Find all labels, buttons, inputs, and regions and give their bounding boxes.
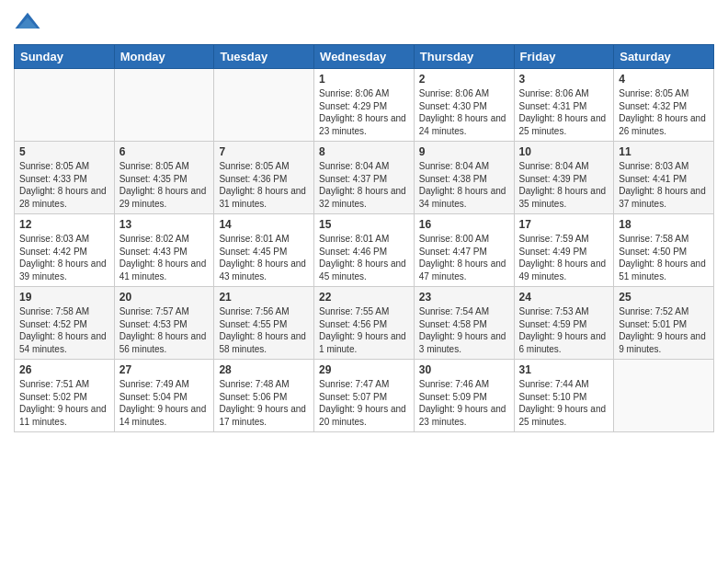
- day-info: Sunrise: 8:05 AM Sunset: 4:33 PM Dayligh…: [19, 160, 109, 210]
- day-number: 31: [519, 363, 609, 376]
- day-info: Sunrise: 7:51 AM Sunset: 5:02 PM Dayligh…: [19, 378, 109, 428]
- day-number: 4: [619, 73, 709, 86]
- calendar-cell: 21Sunrise: 7:56 AM Sunset: 4:55 PM Dayli…: [214, 287, 314, 360]
- calendar-cell: 14Sunrise: 8:01 AM Sunset: 4:45 PM Dayli…: [214, 214, 314, 287]
- day-number: 11: [619, 145, 709, 158]
- calendar-cell: 9Sunrise: 8:04 AM Sunset: 4:38 PM Daylig…: [414, 142, 514, 214]
- weekday-header-friday: Friday: [514, 45, 614, 69]
- weekday-header-wednesday: Wednesday: [314, 45, 415, 69]
- day-info: Sunrise: 8:06 AM Sunset: 4:31 PM Dayligh…: [519, 87, 609, 137]
- day-number: 10: [519, 145, 609, 158]
- calendar-header-row: SundayMondayTuesdayWednesdayThursdayFrid…: [15, 45, 714, 69]
- day-number: 14: [219, 218, 309, 231]
- day-info: Sunrise: 8:06 AM Sunset: 4:29 PM Dayligh…: [319, 87, 409, 137]
- calendar-cell: 22Sunrise: 7:55 AM Sunset: 4:56 PM Dayli…: [314, 287, 415, 360]
- calendar-cell: [214, 69, 314, 142]
- logo: [14, 9, 45, 37]
- day-info: Sunrise: 8:06 AM Sunset: 4:30 PM Dayligh…: [419, 87, 509, 137]
- calendar-cell: 3Sunrise: 8:06 AM Sunset: 4:31 PM Daylig…: [514, 69, 614, 142]
- day-info: Sunrise: 7:55 AM Sunset: 4:56 PM Dayligh…: [319, 305, 409, 355]
- day-info: Sunrise: 8:05 AM Sunset: 4:32 PM Dayligh…: [619, 87, 709, 137]
- day-number: 25: [619, 291, 709, 304]
- calendar-cell: 5Sunrise: 8:05 AM Sunset: 4:33 PM Daylig…: [15, 142, 115, 214]
- calendar-cell: 16Sunrise: 8:00 AM Sunset: 4:47 PM Dayli…: [414, 214, 514, 287]
- day-number: 19: [19, 291, 109, 304]
- calendar-cell: 31Sunrise: 7:44 AM Sunset: 5:10 PM Dayli…: [514, 360, 614, 432]
- day-number: 27: [119, 363, 210, 376]
- day-info: Sunrise: 8:04 AM Sunset: 4:39 PM Dayligh…: [519, 160, 609, 210]
- calendar-cell: 23Sunrise: 7:54 AM Sunset: 4:58 PM Dayli…: [414, 287, 514, 360]
- day-info: Sunrise: 7:57 AM Sunset: 4:53 PM Dayligh…: [119, 305, 210, 355]
- calendar-cell: 20Sunrise: 7:57 AM Sunset: 4:53 PM Dayli…: [114, 287, 214, 360]
- day-number: 6: [119, 145, 210, 158]
- day-number: 7: [219, 145, 309, 158]
- logo-icon: [14, 9, 41, 37]
- day-info: Sunrise: 8:01 AM Sunset: 4:45 PM Dayligh…: [219, 233, 309, 282]
- calendar-cell: 25Sunrise: 7:52 AM Sunset: 5:01 PM Dayli…: [614, 287, 714, 360]
- calendar-cell: 19Sunrise: 7:58 AM Sunset: 4:52 PM Dayli…: [15, 287, 115, 360]
- calendar-cell: 28Sunrise: 7:48 AM Sunset: 5:06 PM Dayli…: [214, 360, 314, 432]
- day-info: Sunrise: 7:58 AM Sunset: 4:50 PM Dayligh…: [619, 233, 709, 282]
- day-number: 28: [219, 363, 309, 376]
- day-info: Sunrise: 7:58 AM Sunset: 4:52 PM Dayligh…: [19, 305, 109, 355]
- page-header: [14, 9, 714, 37]
- day-info: Sunrise: 8:05 AM Sunset: 4:36 PM Dayligh…: [219, 160, 309, 210]
- day-info: Sunrise: 8:00 AM Sunset: 4:47 PM Dayligh…: [419, 233, 509, 282]
- day-number: 13: [119, 218, 210, 231]
- day-info: Sunrise: 7:46 AM Sunset: 5:09 PM Dayligh…: [419, 378, 509, 428]
- calendar-cell: 15Sunrise: 8:01 AM Sunset: 4:46 PM Dayli…: [314, 214, 415, 287]
- weekday-header-tuesday: Tuesday: [214, 45, 314, 69]
- weekday-header-thursday: Thursday: [414, 45, 514, 69]
- calendar-cell: 18Sunrise: 7:58 AM Sunset: 4:50 PM Dayli…: [614, 214, 714, 287]
- day-number: 20: [119, 291, 210, 304]
- calendar-cell: [614, 360, 714, 432]
- day-info: Sunrise: 8:01 AM Sunset: 4:46 PM Dayligh…: [319, 233, 409, 282]
- weekday-header-saturday: Saturday: [614, 45, 714, 69]
- calendar-week-5: 26Sunrise: 7:51 AM Sunset: 5:02 PM Dayli…: [15, 360, 714, 432]
- calendar-cell: 7Sunrise: 8:05 AM Sunset: 4:36 PM Daylig…: [214, 142, 314, 214]
- day-info: Sunrise: 8:03 AM Sunset: 4:42 PM Dayligh…: [19, 233, 109, 282]
- calendar-cell: 30Sunrise: 7:46 AM Sunset: 5:09 PM Dayli…: [414, 360, 514, 432]
- calendar-cell: 29Sunrise: 7:47 AM Sunset: 5:07 PM Dayli…: [314, 360, 415, 432]
- page-container: SundayMondayTuesdayWednesdayThursdayFrid…: [0, 0, 728, 563]
- calendar-cell: 17Sunrise: 7:59 AM Sunset: 4:49 PM Dayli…: [514, 214, 614, 287]
- calendar-cell: [114, 69, 214, 142]
- calendar-cell: 10Sunrise: 8:04 AM Sunset: 4:39 PM Dayli…: [514, 142, 614, 214]
- day-number: 3: [519, 73, 609, 86]
- day-info: Sunrise: 8:04 AM Sunset: 4:37 PM Dayligh…: [319, 160, 409, 210]
- calendar-week-1: 1Sunrise: 8:06 AM Sunset: 4:29 PM Daylig…: [15, 69, 714, 142]
- weekday-header-monday: Monday: [114, 45, 214, 69]
- day-info: Sunrise: 8:02 AM Sunset: 4:43 PM Dayligh…: [119, 233, 210, 282]
- calendar-cell: 6Sunrise: 8:05 AM Sunset: 4:35 PM Daylig…: [114, 142, 214, 214]
- day-number: 2: [419, 73, 509, 86]
- weekday-header-sunday: Sunday: [15, 45, 115, 69]
- day-number: 9: [419, 145, 509, 158]
- day-number: 24: [519, 291, 609, 304]
- day-info: Sunrise: 7:54 AM Sunset: 4:58 PM Dayligh…: [419, 305, 509, 355]
- day-number: 30: [419, 363, 509, 376]
- day-info: Sunrise: 7:49 AM Sunset: 5:04 PM Dayligh…: [119, 378, 210, 428]
- day-info: Sunrise: 7:48 AM Sunset: 5:06 PM Dayligh…: [219, 378, 309, 428]
- calendar-cell: 8Sunrise: 8:04 AM Sunset: 4:37 PM Daylig…: [314, 142, 415, 214]
- day-number: 1: [319, 73, 409, 86]
- day-number: 22: [319, 291, 409, 304]
- calendar-cell: 24Sunrise: 7:53 AM Sunset: 4:59 PM Dayli…: [514, 287, 614, 360]
- day-number: 23: [419, 291, 509, 304]
- day-number: 16: [419, 218, 509, 231]
- calendar-cell: 4Sunrise: 8:05 AM Sunset: 4:32 PM Daylig…: [614, 69, 714, 142]
- calendar-cell: 26Sunrise: 7:51 AM Sunset: 5:02 PM Dayli…: [15, 360, 115, 432]
- day-number: 12: [19, 218, 109, 231]
- calendar-cell: 2Sunrise: 8:06 AM Sunset: 4:30 PM Daylig…: [414, 69, 514, 142]
- calendar-week-2: 5Sunrise: 8:05 AM Sunset: 4:33 PM Daylig…: [15, 142, 714, 214]
- day-number: 8: [319, 145, 409, 158]
- day-number: 21: [219, 291, 309, 304]
- day-info: Sunrise: 8:05 AM Sunset: 4:35 PM Dayligh…: [119, 160, 210, 210]
- calendar-cell: 1Sunrise: 8:06 AM Sunset: 4:29 PM Daylig…: [314, 69, 415, 142]
- day-info: Sunrise: 8:03 AM Sunset: 4:41 PM Dayligh…: [619, 160, 709, 210]
- calendar-cell: 11Sunrise: 8:03 AM Sunset: 4:41 PM Dayli…: [614, 142, 714, 214]
- calendar-table: SundayMondayTuesdayWednesdayThursdayFrid…: [14, 44, 714, 432]
- day-info: Sunrise: 7:56 AM Sunset: 4:55 PM Dayligh…: [219, 305, 309, 355]
- day-info: Sunrise: 7:44 AM Sunset: 5:10 PM Dayligh…: [519, 378, 609, 428]
- day-number: 29: [319, 363, 409, 376]
- calendar-cell: 13Sunrise: 8:02 AM Sunset: 4:43 PM Dayli…: [114, 214, 214, 287]
